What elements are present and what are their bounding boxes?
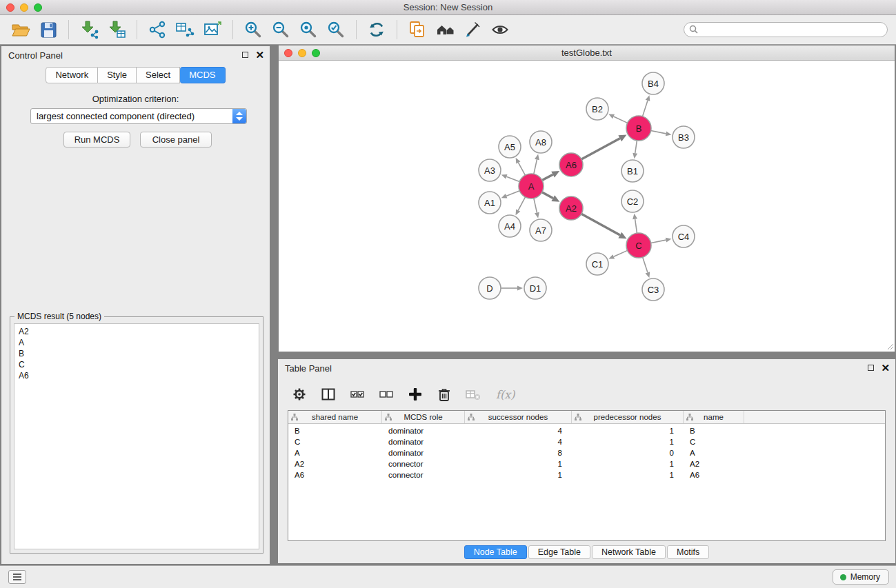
- graph-edge-B-B4[interactable]: [643, 95, 650, 116]
- table-row[interactable]: Cdominator41C: [288, 437, 885, 448]
- column-header-shared-name[interactable]: shared name: [288, 411, 382, 423]
- table-options-gear-icon[interactable]: [290, 385, 308, 403]
- network-table-icon[interactable]: [172, 17, 197, 42]
- graph-edge-B-B3[interactable]: [651, 131, 672, 136]
- network-zoom-button[interactable]: [312, 49, 320, 57]
- column-header-MCDS-role[interactable]: MCDS role: [382, 411, 465, 423]
- graph-node-A6[interactable]: A6: [559, 153, 583, 176]
- result-item[interactable]: A6: [19, 370, 259, 381]
- task-history-icon[interactable]: [8, 570, 26, 584]
- graph-node-C1[interactable]: C1: [586, 253, 608, 275]
- graph-edge-B-B2[interactable]: [608, 114, 627, 123]
- graph-node-B4[interactable]: B4: [642, 72, 664, 94]
- zoom-out-icon[interactable]: [268, 17, 293, 42]
- show-details-eye-icon[interactable]: [488, 17, 512, 42]
- graph-edge-A2-C[interactable]: [581, 214, 627, 239]
- graph-node-B[interactable]: B: [626, 116, 651, 141]
- graph-node-A2[interactable]: A2: [559, 196, 583, 220]
- float-panel-icon[interactable]: [242, 52, 248, 58]
- graph-edge-A-A4[interactable]: [515, 197, 525, 215]
- home-icon[interactable]: [432, 17, 457, 42]
- graph-edge-C-C3[interactable]: [643, 257, 650, 278]
- graph-node-B1[interactable]: B1: [621, 160, 644, 182]
- graph-node-A3[interactable]: A3: [479, 159, 501, 181]
- zoom-fit-icon[interactable]: [296, 17, 321, 42]
- optimization-criterion-select[interactable]: largest connected component (directed): [30, 108, 247, 124]
- table-row[interactable]: Adominator80A: [288, 448, 885, 459]
- deselect-all-icon[interactable]: [377, 385, 395, 403]
- graph-edge-A6-B[interactable]: [581, 135, 626, 159]
- graph-node-D[interactable]: D: [479, 277, 501, 299]
- float-table-panel-icon[interactable]: [868, 365, 874, 371]
- result-item[interactable]: A2: [19, 326, 259, 337]
- memory-button[interactable]: Memory: [833, 569, 889, 585]
- graph-node-A8[interactable]: A8: [530, 131, 552, 153]
- graph-node-C4[interactable]: C4: [673, 225, 695, 247]
- tab-edge-table[interactable]: Edge Table: [528, 545, 590, 559]
- table-row[interactable]: A2connector11A2: [288, 459, 885, 470]
- zoom-selected-icon[interactable]: [323, 17, 348, 42]
- graph-node-A7[interactable]: A7: [530, 219, 552, 241]
- tab-mcds[interactable]: MCDS: [180, 67, 225, 83]
- graph-node-B3[interactable]: B3: [673, 126, 695, 148]
- show-columns-icon[interactable]: [319, 385, 337, 403]
- graph-node-C[interactable]: C: [626, 233, 651, 258]
- export-image-icon[interactable]: [200, 17, 225, 42]
- graph-node-D1[interactable]: D1: [524, 277, 546, 299]
- graph-edge-C-C1[interactable]: [608, 250, 627, 258]
- tab-select[interactable]: Select: [137, 67, 180, 83]
- tab-network-table[interactable]: Network Table: [592, 545, 666, 559]
- refresh-icon[interactable]: [364, 17, 389, 42]
- graph-edge-A-A5[interactable]: [516, 158, 526, 175]
- graph-edge-B-B1[interactable]: [633, 141, 637, 159]
- graph-node-C3[interactable]: C3: [642, 278, 664, 301]
- table-row[interactable]: A6connector11A6: [288, 470, 885, 481]
- import-network-icon[interactable]: [77, 17, 101, 42]
- add-column-icon[interactable]: [406, 385, 424, 403]
- graph-edge-A-A3[interactable]: [501, 174, 519, 182]
- graph-node-A1[interactable]: A1: [479, 192, 501, 214]
- new-network-icon[interactable]: [145, 17, 170, 42]
- tab-style[interactable]: Style: [98, 67, 137, 83]
- network-close-button[interactable]: [284, 49, 292, 57]
- graph-edge-A-A6[interactable]: [542, 171, 559, 181]
- open-session-icon[interactable]: [8, 17, 33, 42]
- mcds-result-list[interactable]: A2ABCA6: [14, 323, 259, 549]
- select-all-icon[interactable]: [348, 385, 366, 403]
- graph-edge-D-D1[interactable]: [501, 286, 523, 291]
- annotate-icon[interactable]: [460, 17, 485, 42]
- close-table-panel-icon[interactable]: ✕: [881, 364, 890, 372]
- tab-node-table[interactable]: Node Table: [464, 545, 527, 559]
- graph-edge-A-A7[interactable]: [534, 199, 539, 219]
- close-panel-button[interactable]: Close panel: [140, 132, 212, 148]
- graph-edge-A-A2[interactable]: [542, 192, 560, 202]
- graph-node-B2[interactable]: B2: [586, 98, 608, 120]
- table-row[interactable]: Bdominator41B: [288, 426, 885, 437]
- search-input[interactable]: [684, 22, 888, 37]
- graph-node-A[interactable]: A: [519, 174, 544, 199]
- delete-column-trash-icon[interactable]: [435, 385, 453, 403]
- column-header-successor-nodes[interactable]: successor nodes: [465, 411, 572, 423]
- graph-edge-C-C2[interactable]: [633, 214, 637, 233]
- save-session-icon[interactable]: [36, 17, 61, 42]
- run-mcds-button[interactable]: Run MCDS: [63, 132, 130, 148]
- close-panel-icon[interactable]: ✕: [255, 51, 264, 59]
- result-item[interactable]: A: [19, 337, 259, 348]
- tab-network[interactable]: Network: [46, 67, 98, 83]
- network-minimize-button[interactable]: [298, 49, 306, 57]
- network-canvas[interactable]: B4B2BB3B1A5A8A6A3AA1A2C2A4A7C4CC1C3DD1: [279, 61, 895, 351]
- column-header-predecessor-nodes[interactable]: predecessor nodes: [572, 411, 684, 423]
- graph-edge-A-A8[interactable]: [534, 154, 539, 174]
- tab-motifs[interactable]: Motifs: [667, 545, 709, 559]
- zoom-in-icon[interactable]: [241, 17, 266, 42]
- graph-edge-C-C4[interactable]: [651, 238, 672, 243]
- graph-node-A4[interactable]: A4: [499, 215, 521, 237]
- import-table-icon[interactable]: [104, 17, 129, 42]
- result-item[interactable]: C: [19, 359, 259, 370]
- result-item[interactable]: B: [19, 348, 259, 359]
- open-file-icon[interactable]: [405, 17, 430, 42]
- graph-node-C2[interactable]: C2: [621, 190, 644, 212]
- column-header-name[interactable]: name: [684, 411, 744, 423]
- resize-grip-icon[interactable]: [886, 342, 894, 350]
- graph-node-A5[interactable]: A5: [499, 136, 521, 158]
